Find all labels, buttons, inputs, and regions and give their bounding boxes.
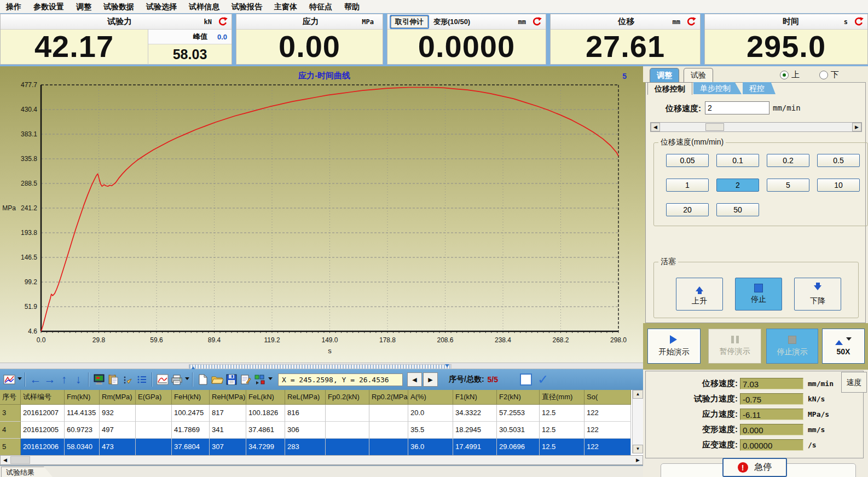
select-checkbox[interactable]: [520, 373, 532, 386]
monitor-icon[interactable]: [92, 372, 106, 387]
table-vertical-scrollbar[interactable]: ▲ ▼: [632, 390, 643, 453]
speed-preset-0.05[interactable]: 0.05: [666, 154, 709, 167]
sub-tab-单步控制[interactable]: 单步控制: [693, 82, 742, 94]
nav-left-icon[interactable]: ←: [28, 372, 43, 387]
extensometer-button[interactable]: 取引伸计: [390, 15, 429, 29]
new-file-icon[interactable]: [196, 372, 210, 387]
table-cell[interactable]: [326, 439, 369, 456]
chevron-down-icon[interactable]: [846, 337, 852, 343]
table-cell[interactable]: 37.6804: [172, 439, 210, 456]
radio-down[interactable]: 下: [819, 70, 839, 80]
refresh-icon[interactable]: [531, 16, 542, 27]
menu-item-试验选择[interactable]: 试验选择: [140, 1, 183, 13]
table-cell[interactable]: 30.5031: [497, 422, 540, 439]
speed-preset-10[interactable]: 10: [817, 179, 860, 192]
table-cell[interactable]: [369, 422, 408, 439]
table-cell[interactable]: 34.7299: [246, 439, 285, 456]
table-cell[interactable]: 932: [100, 405, 136, 422]
sub-tab-位移控制[interactable]: 位移控制: [647, 82, 692, 95]
sub-tab-程控[interactable]: 程控: [743, 82, 776, 94]
menu-item-主窗体[interactable]: 主窗体: [268, 1, 303, 13]
scroll-left-icon[interactable]: ◀: [1, 456, 10, 464]
table-cell[interactable]: 100.1826: [246, 405, 285, 422]
table-cell[interactable]: 114.4135: [65, 405, 100, 422]
curve-icon[interactable]: [155, 372, 170, 387]
curve-select-icon[interactable]: [2, 372, 16, 387]
table-cell[interactable]: 5: [0, 439, 21, 456]
table-cell[interactable]: 18.2945: [453, 422, 497, 439]
table-cell[interactable]: 122: [585, 405, 631, 422]
piston-stop-button[interactable]: 停止: [735, 278, 782, 311]
menu-item-帮助[interactable]: 帮助: [338, 1, 366, 13]
next-record-button[interactable]: ▶: [423, 372, 438, 387]
speed-preset-50[interactable]: 50: [716, 203, 759, 216]
demo-speed-button[interactable]: 50X: [822, 329, 865, 364]
nav-down-icon[interactable]: ↓: [71, 372, 85, 387]
tab-speed[interactable]: 速度: [841, 372, 867, 393]
table-cell[interactable]: 306: [285, 422, 326, 439]
table-cell[interactable]: 58.0340: [65, 439, 100, 456]
list-icon[interactable]: [135, 372, 149, 387]
speed-preset-5[interactable]: 5: [767, 179, 809, 192]
start-demo-button[interactable]: 开始演示: [647, 329, 701, 364]
table-cell[interactable]: 29.0696: [497, 439, 540, 456]
table-cell[interactable]: 100.2475: [172, 405, 210, 422]
table-cell[interactable]: 122: [585, 422, 631, 439]
print-icon[interactable]: [170, 372, 184, 387]
tab-test[interactable]: 试验: [684, 68, 713, 82]
scroll-right-icon[interactable]: ▶: [633, 456, 643, 464]
scroll-down-icon[interactable]: ▼: [633, 445, 643, 453]
refresh-icon[interactable]: [853, 16, 864, 27]
slider-left-arrow-icon[interactable]: ◀: [651, 123, 660, 131]
collapse-down-icon[interactable]: [445, 364, 449, 370]
refresh-icon[interactable]: [686, 16, 697, 27]
table-cell[interactable]: 201612005: [21, 422, 65, 439]
speed-slider[interactable]: ◀ ▶: [650, 122, 862, 132]
speed-preset-0.1[interactable]: 0.1: [716, 154, 759, 167]
hscroll-thumb[interactable]: [10, 456, 30, 464]
chevron-down-icon[interactable]: [268, 377, 273, 382]
piston-up-button[interactable]: 上升: [676, 278, 723, 311]
table-cell[interactable]: 17.4991: [453, 439, 497, 456]
nav-right-icon[interactable]: →: [43, 372, 57, 387]
table-cell[interactable]: 283: [285, 439, 326, 456]
table-cell[interactable]: 20.0: [408, 405, 453, 422]
table-cell[interactable]: 201612007: [21, 405, 65, 422]
chevron-down-icon[interactable]: [18, 377, 22, 382]
emergency-stop-button[interactable]: ! 急停: [722, 458, 787, 477]
paste-icon[interactable]: [106, 372, 120, 387]
table-cell[interactable]: [136, 405, 172, 422]
speed-preset-0.5[interactable]: 0.5: [817, 154, 860, 167]
table-cell[interactable]: 817: [210, 405, 246, 422]
speed-preset-0.2[interactable]: 0.2: [767, 154, 809, 167]
tab-test-results[interactable]: 试验结果: [1, 467, 54, 477]
table-cell[interactable]: 60.9723: [65, 422, 100, 439]
chart-plot[interactable]: 477.7430.4383.1335.8288.5241.2193.8146.5…: [0, 66, 649, 363]
save-icon[interactable]: [224, 372, 239, 387]
table-cell[interactable]: 307: [210, 439, 246, 456]
menu-item-调整[interactable]: 调整: [70, 1, 97, 13]
slider-right-arrow-icon[interactable]: ▶: [852, 123, 861, 131]
table-cell[interactable]: 816: [285, 405, 326, 422]
menu-item-特征点[interactable]: 特征点: [303, 1, 338, 13]
menu-item-操作[interactable]: 操作: [0, 1, 27, 13]
speed-preset-1[interactable]: 1: [666, 179, 709, 192]
table-cell[interactable]: 497: [100, 422, 136, 439]
nav-up-icon[interactable]: ↑: [57, 372, 71, 387]
table-cell[interactable]: [326, 405, 369, 422]
speed-preset-2[interactable]: 2: [716, 179, 759, 192]
collapse-up-icon[interactable]: [191, 364, 195, 370]
report-icon[interactable]: [239, 372, 253, 387]
stress-time-chart[interactable]: 应力-时间曲线 5 477.7430.4383.1335.8288.5241.2…: [0, 66, 649, 363]
radio-up[interactable]: 上: [780, 70, 800, 80]
table-cell[interactable]: 41.7869: [172, 422, 210, 439]
table-cell[interactable]: 473: [100, 439, 136, 456]
table-cell[interactable]: 35.5: [408, 422, 453, 439]
table-cell[interactable]: 12.5: [540, 405, 585, 422]
table-cell[interactable]: 36.0: [408, 439, 453, 456]
piston-down-button[interactable]: 下降: [794, 278, 841, 311]
table-cell[interactable]: 122: [585, 439, 631, 456]
prev-record-button[interactable]: ◀: [407, 372, 422, 387]
table-cell[interactable]: 12.5: [540, 422, 585, 439]
table-cell[interactable]: [136, 422, 172, 439]
